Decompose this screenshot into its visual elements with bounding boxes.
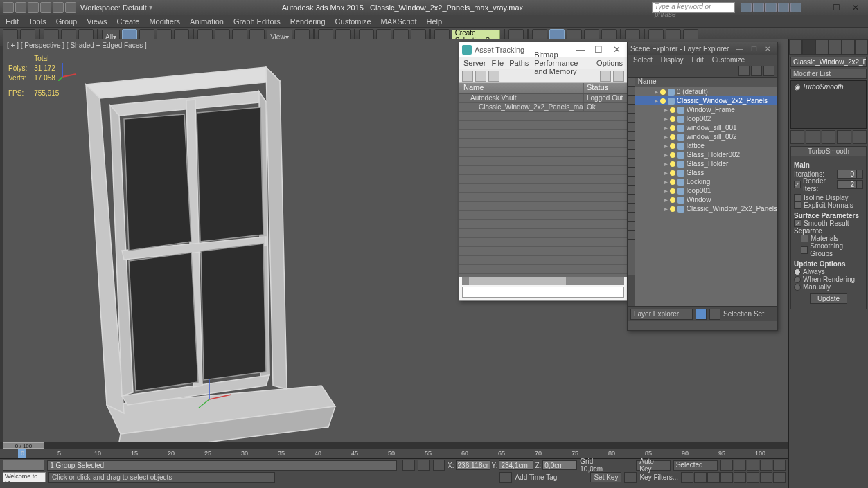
scene-node[interactable]: ▸lattice — [635, 141, 777, 150]
tab-modify[interactable] — [802, 39, 815, 55]
nav-pan-icon[interactable] — [681, 472, 693, 483]
scene-addto-icon[interactable] — [709, 309, 720, 320]
exchange-icon[interactable] — [765, 3, 777, 12]
maxscript-mini-listener[interactable]: Welcome to M — [3, 472, 46, 482]
render-iters-checkbox[interactable] — [794, 181, 801, 188]
stack-pin-icon[interactable] — [790, 130, 804, 144]
setkey-button[interactable]: Set Key — [590, 472, 621, 482]
menu-animation[interactable]: Animation — [190, 17, 224, 26]
scene-node[interactable]: ▸Glass_Holder — [635, 159, 777, 168]
maximize-button[interactable]: ☐ — [826, 1, 846, 14]
isoline-checkbox[interactable] — [794, 194, 801, 201]
asset-options-icon[interactable] — [613, 71, 624, 82]
modifier-turbosmooth[interactable]: ◉ TurboSmooth — [794, 82, 863, 91]
smooth-result-checkbox[interactable] — [794, 219, 801, 227]
asset-close-button[interactable]: ✕ — [609, 44, 624, 55]
update-always-radio[interactable] — [794, 269, 801, 275]
save-icon[interactable] — [40, 2, 51, 13]
menu-views[interactable]: Views — [87, 17, 107, 26]
next-frame-icon[interactable] — [760, 460, 772, 471]
asset-hscrollbar[interactable] — [462, 277, 624, 285]
scene-min-button[interactable]: — — [733, 45, 747, 53]
asset-col-status[interactable]: Status — [584, 83, 627, 93]
help-icon[interactable] — [790, 3, 801, 12]
mini-listener-pink[interactable] — [3, 460, 44, 471]
scene-menu-customize[interactable]: Customize — [712, 56, 745, 64]
open-icon[interactable] — [28, 2, 39, 13]
asset-menu-bitmap[interactable]: Bitmap Performance and Memory — [534, 51, 591, 75]
key-filters-button[interactable]: Key Filters... — [639, 473, 678, 481]
key-icon[interactable] — [624, 472, 637, 483]
update-render-radio[interactable] — [794, 276, 801, 283]
autokey-button[interactable]: Auto Key — [636, 460, 670, 471]
scene-node[interactable]: ▸Classic_Window_2x2_Panels — [635, 96, 777, 105]
asset-highlight-icon[interactable] — [600, 71, 611, 82]
scene-node[interactable]: ▸Window_Frame — [635, 105, 777, 114]
scene-node[interactable]: ▸0 (default) — [635, 87, 777, 96]
minimize-button[interactable]: — — [807, 1, 826, 14]
scene-explorer-window[interactable]: Scene Explorer - Layer Explorer — ☐ ✕ Se… — [627, 42, 778, 331]
asset-menu-paths[interactable]: Paths — [509, 59, 529, 67]
iterations-spinner[interactable] — [837, 170, 856, 179]
selection-lock-icon[interactable] — [433, 460, 445, 471]
comm-center-icon[interactable] — [499, 472, 512, 483]
search-go-icon[interactable] — [741, 3, 752, 12]
subscription-icon[interactable] — [753, 3, 764, 12]
scene-node[interactable]: ▸loop002 — [635, 114, 777, 123]
scene-node[interactable]: ▸Glass_Holder002 — [635, 150, 777, 159]
coord-x-input[interactable] — [456, 460, 490, 470]
asset-tracking-window[interactable]: Asset Tracking — ☐ ✕ Server File Paths B… — [459, 42, 628, 301]
menu-maxscript[interactable]: MAXScript — [381, 17, 417, 26]
time-slider-thumb[interactable]: 0 / 100 — [3, 442, 44, 449]
stack-unique-icon[interactable] — [822, 130, 835, 144]
menu-grapheditors[interactable]: Graph Editors — [233, 17, 281, 26]
tab-display[interactable] — [842, 39, 855, 55]
tab-create[interactable] — [789, 39, 802, 55]
lock-selection-icon[interactable] — [402, 460, 415, 471]
rollout-turbosmooth-header[interactable]: TurboSmooth — [791, 147, 866, 156]
smoothing-groups-checkbox[interactable] — [801, 246, 808, 254]
tab-hierarchy[interactable] — [815, 39, 829, 55]
menu-help[interactable]: Help — [427, 17, 443, 26]
add-time-tag[interactable]: Add Time Tag — [515, 473, 557, 481]
materials-checkbox[interactable] — [801, 235, 808, 242]
render-iters-spinner[interactable] — [837, 180, 856, 189]
asset-col-name[interactable]: Name — [459, 83, 584, 93]
scene-node[interactable]: ▸loop001 — [635, 186, 777, 195]
asset-tableview-icon[interactable] — [488, 71, 499, 82]
tab-motion[interactable] — [829, 39, 842, 55]
scene-menu-select[interactable]: Select — [633, 56, 653, 64]
undo-icon[interactable] — [53, 2, 64, 13]
new-icon[interactable] — [15, 2, 26, 13]
menu-create[interactable]: Create — [116, 17, 139, 26]
nav-pan2-icon[interactable] — [747, 472, 759, 483]
goto-start-icon[interactable] — [720, 460, 733, 471]
scene-lock-icon[interactable] — [763, 66, 774, 76]
app-menu-icon[interactable] — [3, 2, 14, 13]
scene-node[interactable]: ▸window_sill_002 — [635, 132, 777, 141]
scene-explorer-dropdown[interactable]: Layer Explorer — [630, 309, 693, 320]
coord-y-input[interactable] — [499, 460, 533, 470]
scene-close-icon[interactable] — [738, 66, 750, 76]
scene-node[interactable]: ▸Glass — [635, 168, 777, 177]
asset-treeview-icon[interactable] — [475, 71, 486, 82]
scene-menu-display[interactable]: Display — [661, 56, 684, 64]
scene-newlayer-icon[interactable] — [696, 309, 707, 320]
stack-show-end-icon[interactable] — [806, 130, 820, 144]
nav-zoom-icon[interactable] — [694, 472, 707, 483]
nav-maximize-icon[interactable] — [773, 472, 786, 483]
nav-fov-icon[interactable] — [734, 472, 746, 483]
update-manual-radio[interactable] — [794, 284, 801, 291]
scene-menu-edit[interactable]: Edit — [692, 56, 704, 64]
scene-node[interactable]: ▸Window — [635, 195, 777, 204]
scene-max-button[interactable]: ☐ — [747, 45, 761, 53]
nav-zoom-ext-icon[interactable] — [720, 472, 733, 483]
asset-menu-options[interactable]: Options — [596, 59, 623, 67]
scene-node[interactable]: ▸window_sill_001 — [635, 123, 777, 132]
goto-end-icon[interactable] — [773, 460, 786, 471]
coord-z-input[interactable] — [542, 460, 577, 470]
menu-customize[interactable]: Customize — [335, 17, 371, 26]
menu-tools[interactable]: Tools — [28, 17, 46, 26]
modifier-list-dropdown[interactable]: Modifier List — [790, 69, 867, 79]
stack-remove-icon[interactable] — [837, 130, 851, 144]
